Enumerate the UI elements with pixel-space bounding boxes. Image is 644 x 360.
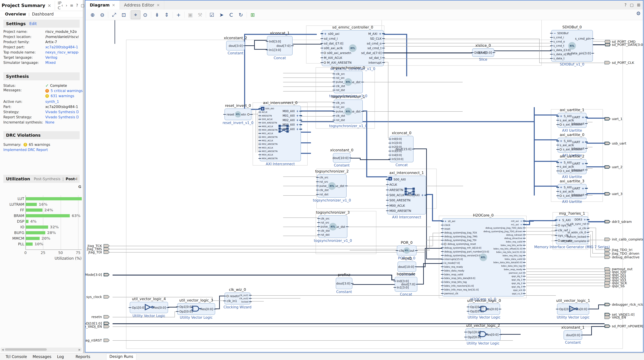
block-port[interactable]: rst_src [334,106,346,109]
setting-value[interactable]: nexys_riscv_wrapper [45,50,78,54]
block-POR_0[interactable]: clkpor_outRTL [397,245,416,255]
block-util_vector_logic_3[interactable]: Op1[0:0]Op2[0:0]Res[0:0] [177,303,215,315]
block-axi_uartlite_1[interactable]: +S_AXIs_axi_aclks_axi_aresetnUART+interr… [558,113,586,128]
block-port[interactable]: locked [241,300,250,303]
expand-bus-icon[interactable]: + [520,220,522,222]
block-port[interactable]: Res[0:0] [153,306,168,309]
block-port[interactable]: rst_dst [318,193,329,196]
regenerate-layout-icon[interactable]: C [226,11,236,19]
block-port[interactable]: ui_clk [578,227,588,230]
block-port[interactable]: M00_ARESETN [260,129,278,131]
block-port[interactable]: −SDIOBuf [552,32,569,35]
block-port[interactable]: bdev_data_valid [504,258,524,260]
block-port[interactable]: bdev_req_bits_tag [502,254,524,257]
block-port[interactable]: dout[3:0] [228,44,244,48]
block-port[interactable]: bdev_data_bits_data[63:0] [493,261,524,264]
block-axi_interconnect_0[interactable]: +S00_AXIACLKARESETNS00_ACLKS00_ARESETNM0… [260,106,301,161]
block-xlslice_0[interactable]: Din[7:0]Dout[3:0] [472,48,494,57]
expand-bus-icon[interactable]: + [582,116,584,119]
drc-report-link[interactable]: Implemented DRC Report [3,148,48,152]
block-port[interactable]: clk_dst [334,114,346,117]
block-port[interactable]: M00_ACLK [260,125,274,128]
block-axi_uartlite_3[interactable]: +S_AXIs_axi_aclks_axi_aresetnUART+interr… [558,184,586,199]
close-icon[interactable]: × [112,3,115,7]
block-H2OCore_0[interactable]: +s0_axiclockresetdebug_systemjtag_jtag_T… [442,218,524,296]
synthesis-value[interactable]: Vivado Synthesis D [45,115,78,119]
expand-block-icon[interactable]: + [388,177,392,180]
block-port[interactable]: M_AXI_ARESETN [322,61,352,64]
block-port[interactable]: interrupt [570,168,586,172]
block-port[interactable]: s_cmd_pin [574,37,592,40]
block-port[interactable]: dout[10:0] [398,265,416,268]
zoom-out-icon[interactable]: ⊖ [98,11,107,19]
block-port[interactable]: clk_dst [318,188,329,192]
expand-bus-icon[interactable]: + [324,32,326,36]
block-port[interactable]: bdev_req_bits_offset[31:0] [493,247,524,250]
expand-bus-icon[interactable]: + [296,114,298,117]
block-port[interactable]: bdev_resp_ready [503,268,524,271]
external-port-in[interactable] [104,339,110,342]
setting-value[interactable]: Mixed [45,61,56,65]
tab-post-implementation[interactable]: Post-Ir [66,177,77,181]
close-icon[interactable]: × [156,3,160,7]
block-port[interactable]: interrupt [570,193,586,196]
interface-view-icon[interactable]: ⊞ [248,11,258,19]
block-port[interactable]: UART+ [572,140,586,144]
block-xlconstant_2[interactable]: dout[3:0] [226,41,245,51]
settings-edit-link[interactable]: Edit [29,22,37,26]
block-port[interactable]: clk_src [319,217,330,220]
block-port[interactable]: clk_dst [319,229,330,232]
block-port[interactable]: sd_dat_t [368,56,383,60]
block-port[interactable]: bdev_req_bits_len[31:0] [496,251,524,253]
block-port[interactable]: debug_systemjtag_part_number[15:0] [442,250,490,253]
expand-bus-icon[interactable]: + [444,220,446,222]
block-SDIOBuf_0[interactable]: −SDIOBufs_cmd_is_cmd_os_cmd_ts_data_i[3:… [551,30,593,62]
block-port[interactable]: +s0_axi [442,220,456,222]
block-port[interactable]: reset [225,113,235,116]
block-port[interactable]: interrupt [368,61,383,64]
block-port[interactable]: ui_addn_clk_0 [567,231,588,234]
message-link[interactable]: 631 warnings [51,94,74,98]
block-port[interactable]: M01_ACLK [260,132,274,135]
block-port[interactable]: sd_cmd_t [367,46,383,50]
external-port-inout[interactable] [604,43,610,46]
block-port[interactable]: S00_ACLK [388,193,405,197]
block-axi_uartlite_0[interactable]: +S_AXIs_axi_aclks_axi_aresetnUART+interr… [558,138,586,153]
block-port[interactable]: clk_src [318,176,329,179]
block-port[interactable]: sd_cmd_o [366,42,383,45]
block-port[interactable]: bdev_data_ready [442,269,465,272]
block-xlconcat_0[interactable]: In0[0:0]In1[0:0]In2[0:0]In3[0:0]In4[0:0]… [390,136,414,162]
tab-reports[interactable]: Reports [76,354,90,359]
zoom-in-icon[interactable]: ⊕ [88,11,98,19]
menu-icon[interactable]: ≡ [70,3,73,8]
add-ip-icon[interactable]: + [174,11,183,19]
block-mig_7series_1[interactable]: +S_AXIsys_rstclk_ref_isys_clk_iaresetnDD… [556,216,588,244]
block-port[interactable]: M02_AXI+ [282,118,300,122]
expand-bus-icon[interactable]: + [560,161,562,164]
block-port[interactable]: DDR3+ [574,218,588,221]
tab-log[interactable]: Log [57,354,64,359]
setting-value[interactable]: xc7a200tsbg484-1 [45,45,78,49]
block-port[interactable]: ARESETN [260,115,272,117]
block-port[interactable]: clk_src [334,72,346,76]
block-port[interactable]: s_data_t [552,57,565,60]
scroll-left-icon[interactable]: ◀ [1,348,4,351]
block-sd_emmc_controller_0[interactable]: +s00_axisd_cmd_isd_dat_i[7:0]s00_axi_acl… [322,30,384,66]
tab-dashboard[interactable]: Dashboard [32,12,54,17]
block-port[interactable]: ACLK [260,111,268,113]
block-port[interactable]: s00_axi_aresetn [322,51,352,55]
tab-messages[interactable]: Messages [33,354,52,359]
block-port[interactable]: dout[3:0] [336,282,352,285]
zoom-fit-icon[interactable]: ⤢ [109,11,119,19]
block-port[interactable]: ui_clk_sync_rst [566,222,588,225]
block-port[interactable]: rst_src [334,76,346,80]
external-port-in[interactable] [104,250,110,254]
horizontal-scrollbar[interactable]: ◀ ▶ [1,348,82,352]
expand-bus-icon[interactable]: + [296,110,298,113]
block-port[interactable]: dout[15:0] [395,147,413,151]
search-icon[interactable]: ⊙ [140,11,150,19]
tab-overview[interactable]: Overview [5,12,26,17]
block-prefixz[interactable]: dout[3:0] [336,278,352,289]
message-link[interactable]: 5 critical warnings [51,89,82,93]
float-icon[interactable]: ⊞ [637,3,640,7]
